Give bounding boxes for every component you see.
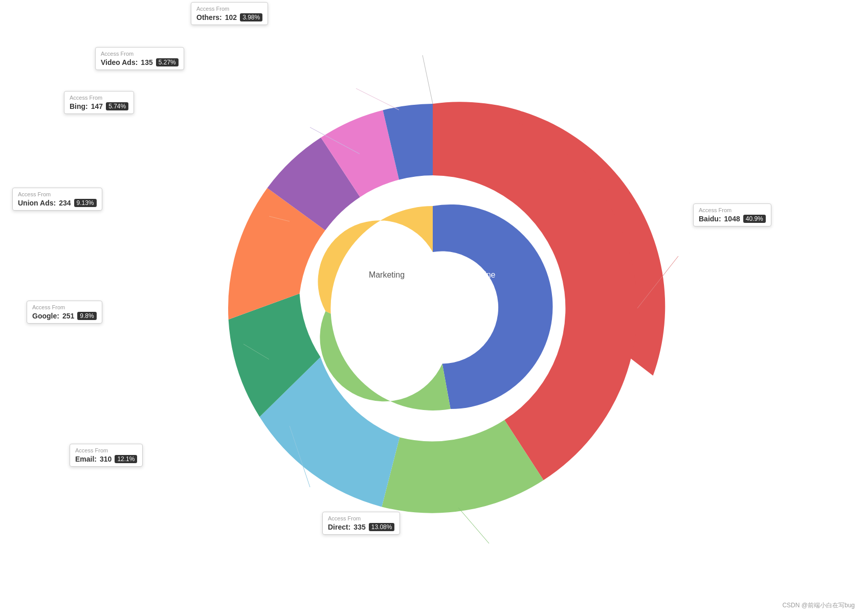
- tooltip-email-content: Email: 310 12.1%: [75, 455, 137, 463]
- tooltip-google-content: Google: 251 9.8%: [32, 312, 97, 320]
- label-marketing: Marketing: [368, 270, 404, 279]
- tooltip-direct-content: Direct: 335 13.08%: [328, 523, 394, 531]
- tooltip-others-label: Others:: [196, 13, 222, 21]
- tooltip-video-ads-value: 135: [141, 58, 152, 66]
- tooltip-union-ads-content: Union Ads: 234 9.13%: [18, 199, 97, 207]
- tooltip-bing-content: Bing: 147 5.74%: [70, 102, 128, 110]
- tooltip-google-value: 251: [62, 312, 74, 320]
- connector-others: [423, 55, 433, 104]
- tooltip-direct-value: 335: [353, 523, 365, 531]
- watermark: CSDN @前端小白在写bug: [782, 601, 855, 610]
- label-direct: Direct: [391, 347, 413, 356]
- tooltip-others-header: Access From: [196, 6, 262, 12]
- tooltip-google: Access From Google: 251 9.8%: [27, 301, 102, 324]
- tooltip-video-ads-header: Access From: [101, 51, 179, 57]
- tooltip-baidu: Access From Baidu: 1048 40.9%: [693, 203, 771, 226]
- tooltip-union-ads-header: Access From: [18, 191, 97, 197]
- label-search-engine: Search Engine: [441, 270, 495, 279]
- tooltip-bing: Access From Bing: 147 5.74%: [64, 91, 134, 114]
- tooltip-others-value: 102: [225, 13, 237, 21]
- tooltip-video-ads-content: Video Ads: 135 5.27%: [101, 58, 179, 66]
- tooltip-baidu-label: Baidu:: [699, 215, 721, 223]
- tooltip-union-ads-percent: 9.13%: [74, 199, 97, 207]
- tooltip-bing-value: 147: [91, 102, 103, 110]
- tooltip-google-label: Google:: [32, 312, 59, 320]
- tooltip-google-header: Access From: [32, 304, 97, 310]
- tooltip-direct-header: Access From: [328, 515, 394, 521]
- connector-direct: [458, 508, 489, 543]
- chart-container: Search Engine Direct Marketing Access Fr…: [0, 0, 865, 616]
- tooltip-bing-header: Access From: [70, 95, 128, 101]
- tooltip-google-percent: 9.8%: [77, 312, 96, 320]
- tooltip-union-ads-label: Union Ads:: [18, 199, 56, 207]
- tooltip-others-percent: 3.98%: [240, 13, 262, 21]
- tooltip-baidu-header: Access From: [699, 207, 766, 213]
- tooltip-bing-label: Bing:: [70, 102, 88, 110]
- tooltip-others-content: Others: 102 3.98%: [196, 13, 262, 21]
- connector-video-ads: [356, 88, 399, 110]
- tooltip-email: Access From Email: 310 12.1%: [70, 444, 143, 467]
- tooltip-union-ads: Access From Union Ads: 234 9.13%: [12, 188, 102, 211]
- tooltip-baidu-percent: 40.9%: [743, 215, 766, 223]
- tooltip-video-ads-percent: 5.27%: [156, 58, 179, 66]
- tooltip-union-ads-value: 234: [59, 199, 71, 207]
- tooltip-email-label: Email:: [75, 455, 97, 463]
- tooltip-bing-percent: 5.74%: [106, 102, 128, 110]
- tooltip-baidu-content: Baidu: 1048 40.9%: [699, 215, 766, 223]
- tooltip-email-header: Access From: [75, 447, 137, 453]
- tooltip-baidu-value: 1048: [724, 215, 740, 223]
- tooltip-email-percent: 12.1%: [115, 455, 137, 463]
- donut-chart: Search Engine Direct Marketing: [151, 27, 714, 589]
- tooltip-video-ads-label: Video Ads:: [101, 58, 138, 66]
- tooltip-direct-label: Direct:: [328, 523, 350, 531]
- tooltip-direct: Access From Direct: 335 13.08%: [322, 512, 400, 535]
- tooltip-email-value: 310: [100, 455, 112, 463]
- tooltip-direct-percent: 13.08%: [369, 523, 395, 531]
- tooltip-video-ads: Access From Video Ads: 135 5.27%: [95, 47, 184, 70]
- tooltip-others: Access From Others: 102 3.98%: [191, 2, 268, 25]
